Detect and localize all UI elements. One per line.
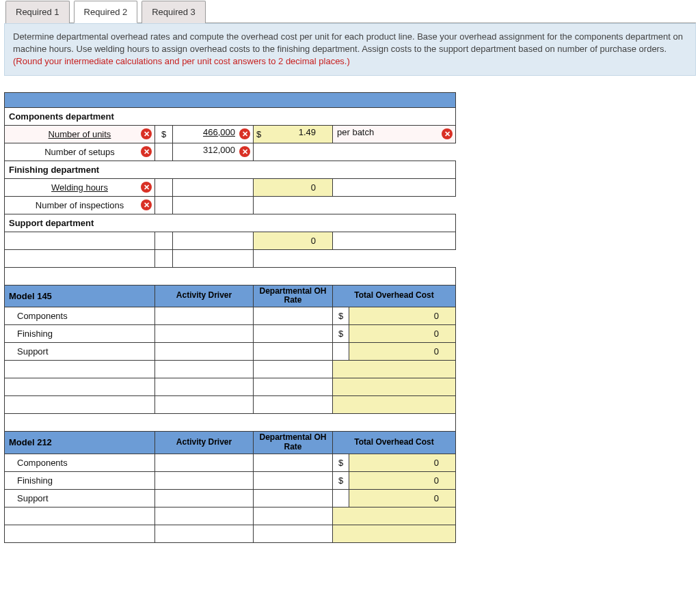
blue-header-bar [5, 92, 456, 107]
error-icon: ✕ [141, 199, 152, 210]
m145-components-cost[interactable]: 0 [349, 309, 455, 322]
col-activity-driver: Activity Driver [155, 285, 254, 307]
error-icon: ✕ [239, 146, 250, 157]
m212-finishing-rate[interactable] [254, 471, 333, 489]
support-value2-cell[interactable] [173, 249, 254, 267]
m145-extra-cost-3[interactable] [333, 396, 456, 414]
worksheet-table: Components department Number of units ✕ … [4, 92, 456, 543]
m212-support-driver[interactable] [155, 489, 254, 507]
support-rate-cell[interactable]: 0 [254, 232, 333, 249]
tab-required-3[interactable]: Required 3 [142, 1, 206, 23]
m145-extra-driver-1[interactable] [155, 361, 254, 378]
m145-extra-cost-1[interactable] [333, 361, 456, 378]
tab-required-2[interactable]: Required 2 [74, 1, 138, 23]
support-driver-cell[interactable] [5, 232, 155, 249]
support-unit-cell[interactable] [333, 232, 456, 249]
dollar-sign: $ [333, 307, 349, 325]
m145-extra-rate-2[interactable] [254, 378, 333, 396]
m145-support-driver[interactable] [155, 343, 254, 361]
label-number-of-inspections-text: Number of inspections [36, 200, 124, 210]
m145-components-driver[interactable] [155, 307, 254, 325]
finishing-rate-cell[interactable]: 0 [254, 178, 333, 196]
m212-support-rate[interactable] [254, 489, 333, 507]
m212-extra-rate-2[interactable] [254, 525, 333, 542]
spacer-cell [155, 178, 173, 196]
tab-required-1[interactable]: Required 1 [5, 1, 70, 23]
setups-value-cell[interactable]: 312,000 ✕ [173, 143, 254, 161]
m145-extra-label-2[interactable] [5, 378, 155, 396]
m212-extra-label-2[interactable] [5, 525, 155, 542]
section-components: Components department [5, 107, 456, 125]
m145-finishing-label: Finishing [5, 325, 155, 343]
m145-support-rate[interactable] [254, 343, 333, 361]
dollar-sign: $ [333, 471, 349, 489]
components-unit-label: per batch [333, 126, 455, 139]
error-icon: ✕ [141, 182, 152, 193]
m212-components-cost[interactable]: 0 [349, 456, 455, 469]
m212-components-label: Components [5, 454, 155, 471]
m212-support-cost[interactable]: 0 [349, 492, 455, 505]
col-departmental-oh-rate: Departmental OH Rate [254, 285, 333, 307]
finishing-rate-value: 0 [254, 181, 332, 194]
m145-extra-driver-2[interactable] [155, 378, 254, 396]
m212-finishing-cost[interactable]: 0 [349, 474, 455, 487]
label-welding-hours[interactable]: Welding hours ✕ [5, 178, 155, 196]
m212-extra-cost-2[interactable] [333, 525, 456, 542]
spacer-cell [155, 196, 173, 214]
components-unit-cell[interactable]: per batch ✕ [333, 125, 456, 143]
m145-finishing-cost[interactable]: 0 [349, 327, 455, 340]
m145-extra-label-3[interactable] [5, 396, 155, 414]
m145-extra-rate-3[interactable] [254, 396, 333, 414]
inspections-value-cell[interactable] [173, 196, 254, 214]
m212-finishing-label: Finishing [5, 471, 155, 489]
col-total-overhead-cost-2: Total Overhead Cost [333, 432, 456, 454]
m145-finishing-driver[interactable] [155, 325, 254, 343]
m212-extra-cost-1[interactable] [333, 507, 456, 525]
components-value-cell[interactable]: 466,000 ✕ [173, 125, 254, 143]
dollar-sign: $ [333, 325, 349, 343]
error-icon: ✕ [141, 146, 152, 157]
m145-extra-cost-2[interactable] [333, 378, 456, 396]
label-number-of-inspections[interactable]: Number of inspections ✕ [5, 196, 155, 214]
spacer-cell [155, 232, 173, 249]
m212-extra-label-1[interactable] [5, 507, 155, 525]
m145-finishing-rate[interactable] [254, 325, 333, 343]
m212-support-label: Support [5, 489, 155, 507]
model-212-header: Model 212 [5, 432, 155, 454]
components-rate-value: 1.49 [254, 126, 332, 139]
col-activity-driver-2: Activity Driver [155, 432, 254, 454]
dollar-sign: $ [333, 454, 349, 471]
finishing-unit-cell[interactable] [333, 178, 456, 196]
spacer-cell [333, 343, 349, 361]
error-icon: ✕ [141, 128, 152, 139]
dollar-sign: $ [256, 129, 261, 139]
m145-extra-driver-3[interactable] [155, 396, 254, 414]
section-support: Support department [5, 214, 456, 232]
label-number-of-units-text: Number of units [49, 129, 111, 139]
error-icon: ✕ [239, 128, 250, 139]
m212-extra-rate-1[interactable] [254, 507, 333, 525]
m145-support-cost[interactable]: 0 [349, 345, 455, 358]
m145-components-rate[interactable] [254, 307, 333, 325]
spacer-row [5, 414, 456, 432]
m145-components-label: Components [5, 307, 155, 325]
label-number-of-setups[interactable]: Number of setups ✕ [5, 143, 155, 161]
m212-extra-driver-1[interactable] [155, 507, 254, 525]
support-driver2-cell[interactable] [5, 249, 155, 267]
m212-components-rate[interactable] [254, 454, 333, 471]
m145-extra-label-1[interactable] [5, 361, 155, 378]
label-number-of-setups-text: Number of setups [44, 147, 115, 157]
col-departmental-oh-rate-2: Departmental OH Rate [254, 432, 333, 454]
finishing-value-cell[interactable] [173, 178, 254, 196]
label-number-of-units[interactable]: Number of units ✕ [5, 125, 155, 143]
m212-components-driver[interactable] [155, 454, 254, 471]
m212-finishing-driver[interactable] [155, 471, 254, 489]
tab-bar: Required 1 Required 2 Required 3 [5, 0, 696, 23]
m145-extra-rate-1[interactable] [254, 361, 333, 378]
spacer-cell [333, 489, 349, 507]
support-value-cell[interactable] [173, 232, 254, 249]
spacer-cell [155, 143, 173, 161]
error-icon: ✕ [442, 128, 453, 139]
components-rate-cell[interactable]: $ 1.49 [254, 125, 333, 143]
m212-extra-driver-2[interactable] [155, 525, 254, 542]
